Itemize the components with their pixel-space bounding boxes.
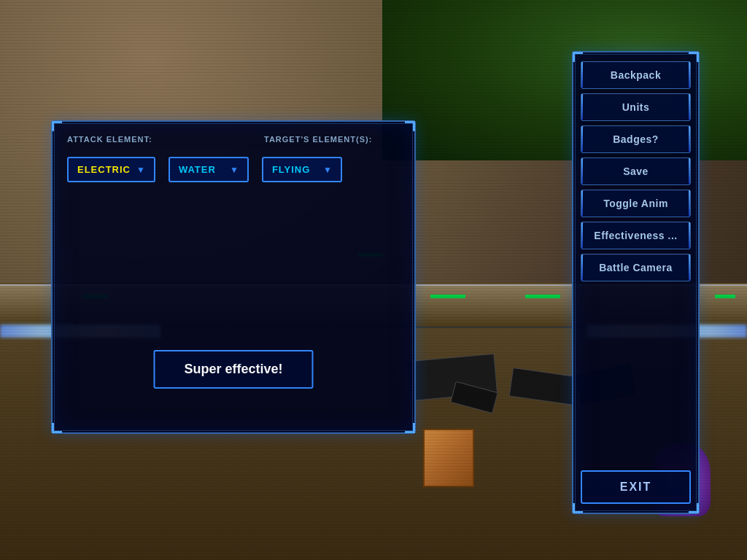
corner-decoration	[52, 121, 62, 131]
target-label: TARGET'S ELEMENT(S):	[264, 135, 372, 144]
corner-decoration	[405, 121, 415, 131]
corner-decoration	[405, 423, 415, 433]
building	[423, 429, 474, 487]
target-dropdown-2-arrow: ▼	[323, 165, 332, 175]
right-menu-panel: Backpack Units Badges? Save Toggle Anim …	[572, 51, 700, 514]
resource-bar	[715, 295, 735, 298]
target-element-2-value: FLYING	[272, 164, 310, 175]
attack-element-dropdown[interactable]: ELECTRIC ▼	[67, 157, 155, 182]
corner-decoration	[573, 503, 583, 513]
resource-bar	[430, 295, 465, 298]
exit-label: EXIT	[620, 481, 652, 494]
corner-decoration	[689, 52, 699, 62]
attack-element-value: ELECTRIC	[77, 164, 131, 175]
attack-panel: ATTACK ELEMENT: TARGET'S ELEMENT(S): ELE…	[51, 120, 416, 434]
attack-dropdown-arrow: ▼	[136, 165, 145, 175]
exit-button[interactable]: EXIT	[581, 470, 691, 504]
target-element-dropdown-1[interactable]: WATER ▼	[169, 157, 249, 182]
result-box: Super effective!	[153, 350, 313, 389]
target-element-1-value: WATER	[179, 164, 216, 175]
corner-decoration	[573, 52, 583, 62]
result-text: Super effective!	[184, 362, 282, 376]
target-dropdown-1-arrow: ▼	[230, 165, 239, 175]
corner-decoration	[689, 503, 699, 513]
corner-decoration	[52, 423, 62, 433]
resource-bar	[525, 295, 560, 298]
target-element-dropdown-2[interactable]: FLYING ▼	[262, 157, 342, 182]
dropdowns-row: ELECTRIC ▼ WATER ▼ FLYING ▼	[53, 149, 414, 190]
